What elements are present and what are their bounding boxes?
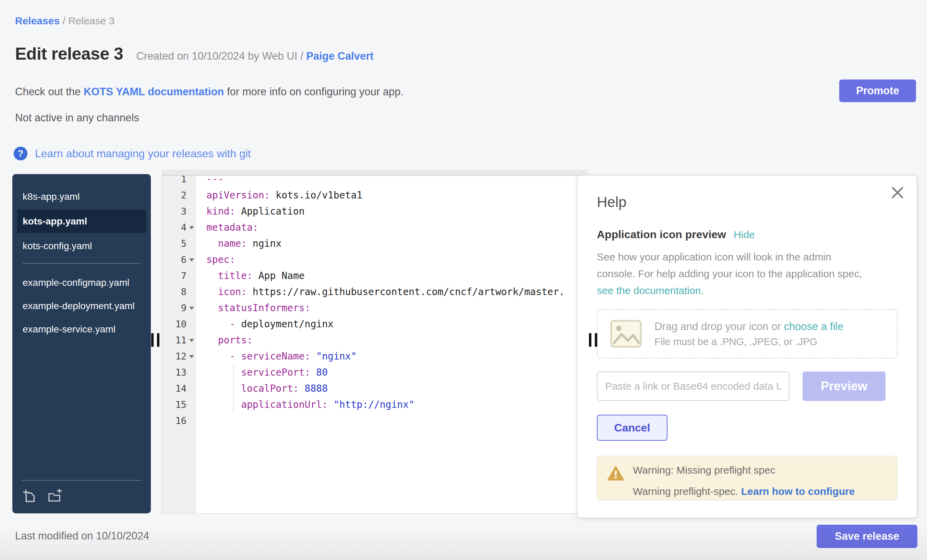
sidebar-actions <box>22 480 141 513</box>
breadcrumb-separator: / <box>60 15 68 26</box>
code-line-text[interactable]: kind: Application <box>196 203 305 219</box>
fold-arrow-icon[interactable] <box>189 258 194 261</box>
code-line-text[interactable]: spec: <box>196 252 235 268</box>
editor-top-scrollbar[interactable] <box>163 170 588 176</box>
author-link[interactable]: Paige Calvert <box>306 50 373 62</box>
file-group-examples: example-configmap.yamlexample-deployment… <box>12 272 151 340</box>
save-release-button[interactable]: Save release <box>817 525 917 548</box>
code-line: 3kind: Application <box>163 203 588 219</box>
kots-yaml-doc-link[interactable]: KOTS YAML documentation <box>84 86 224 98</box>
description-suffix: . <box>701 285 704 296</box>
preview-button[interactable]: Preview <box>802 372 886 401</box>
warning-content: Warning: Missing preflight spec Warning … <box>633 464 855 497</box>
icon-dropzone[interactable]: Drag and drop your icon or choose a file… <box>597 309 898 358</box>
title-row: Edit release 3 Created on 10/10/2024 by … <box>15 44 374 64</box>
created-info: Created on 10/10/2024 by Web UI / Paige … <box>136 50 373 62</box>
code-line-text[interactable]: metadata: <box>196 219 258 235</box>
file-item-example-deployment.yaml[interactable]: example-deployment.yaml <box>22 296 141 316</box>
fold-arrow-icon[interactable] <box>189 355 194 358</box>
page-title: Edit release 3 <box>15 44 123 64</box>
help-panel: Help Application icon preview Hide See h… <box>577 175 917 518</box>
code-line-text[interactable]: icon: https://raw.githubusercontent.com/… <box>196 284 565 300</box>
code-line: 12 - serviceName: "nginx" <box>163 348 588 364</box>
fold-arrow-icon[interactable] <box>189 307 194 310</box>
code-line: 14 localPort: 8888 <box>163 380 588 396</box>
line-number: 8 <box>163 284 196 300</box>
fold-arrow-icon[interactable] <box>189 339 194 342</box>
code-lines: 1---2apiVersion: kots.io/v1beta13kind: A… <box>163 176 588 429</box>
line-number: 12 <box>163 348 196 364</box>
file-item-example-service.yaml[interactable]: example-service.yaml <box>22 319 141 340</box>
file-item-kots-app.yaml[interactable]: kots-app.yaml <box>17 210 146 233</box>
code-line: 13 servicePort: 80 <box>163 364 588 380</box>
code-line-text[interactable]: servicePort: 80 <box>196 364 328 380</box>
dropzone-requirements: File must be a .PNG, .JPEG, or .JPG <box>655 336 843 348</box>
code-line-text[interactable]: name: nginx <box>196 235 281 252</box>
intro-text-before: Check out the <box>15 86 84 98</box>
code-line: 10 - deployment/nginx <box>163 316 588 332</box>
indent-guide <box>233 380 234 396</box>
description-text: See how your application icon will look … <box>597 251 862 279</box>
code-line-text[interactable]: apiVersion: kots.io/v1beta1 <box>196 187 362 203</box>
code-line: 6spec: <box>163 252 588 268</box>
last-modified-text: Last modified on 10/10/2024 <box>15 530 149 542</box>
line-number: 11 <box>163 332 196 348</box>
code-line-text[interactable]: - serviceName: "nginx" <box>196 348 357 364</box>
icon-url-input[interactable] <box>597 372 790 401</box>
line-number: 2 <box>163 187 196 203</box>
file-item-example-configmap.yaml[interactable]: example-configmap.yaml <box>22 272 141 293</box>
line-number: 7 <box>163 268 196 284</box>
sidebar-resize-handle[interactable] <box>151 333 160 347</box>
dropzone-prompt: Drag and drop your icon or <box>655 320 784 332</box>
code-line: 7 title: App Name <box>163 268 588 284</box>
code-line: 1--- <box>163 176 588 187</box>
git-help-link[interactable]: ? Learn about managing your releases wit… <box>14 147 251 160</box>
line-number: 1 <box>163 176 196 187</box>
code-line-text[interactable] <box>196 413 207 429</box>
indent-guide <box>233 396 234 413</box>
created-text: Created on 10/10/2024 by Web UI / <box>136 50 306 62</box>
code-line: 2apiVersion: kots.io/v1beta1 <box>163 187 588 203</box>
see-documentation-link[interactable]: see the documentation <box>597 285 701 296</box>
choose-file-link[interactable]: choose a file <box>784 320 843 332</box>
dropzone-text: Drag and drop your icon or choose a file… <box>655 320 843 348</box>
line-number: 5 <box>163 235 196 252</box>
warning-title: Warning: Missing preflight spec <box>633 464 855 476</box>
code-line-text[interactable]: title: App Name <box>196 268 305 284</box>
file-group-kots: k8s-app.yamlkots-app.yamlkots-config.yam… <box>12 187 151 256</box>
code-line-text[interactable]: --- <box>196 176 224 187</box>
close-icon[interactable] <box>890 185 905 200</box>
line-number: 3 <box>163 203 196 219</box>
code-line: 8 icon: https://raw.githubusercontent.co… <box>163 284 588 300</box>
fold-arrow-icon[interactable] <box>189 226 194 229</box>
code-line: 5 name: nginx <box>163 235 588 252</box>
file-item-kots-config.yaml[interactable]: kots-config.yaml <box>22 236 141 256</box>
promote-button[interactable]: Promote <box>839 79 916 102</box>
code-line-text[interactable]: localPort: 8888 <box>196 380 328 396</box>
line-number: 6 <box>163 252 196 268</box>
git-help-label: Learn about managing your releases with … <box>35 147 251 160</box>
breadcrumb-current: Release 3 <box>68 15 114 26</box>
add-folder-icon[interactable] <box>47 488 63 504</box>
line-number: 13 <box>163 364 196 380</box>
help-panel-resize-handle[interactable] <box>589 333 597 347</box>
code-line: 15 applicationUrl: "http://nginx" <box>163 396 588 413</box>
file-item-k8s-app.yaml[interactable]: k8s-app.yaml <box>22 187 141 207</box>
icon-preview-description: See how your application icon will look … <box>597 249 871 299</box>
warning-text: Warning preflight-spec. <box>633 486 741 497</box>
code-line-text[interactable]: - deployment/nginx <box>196 316 334 332</box>
cancel-button[interactable]: Cancel <box>597 415 667 441</box>
code-line-text[interactable]: applicationUrl: "http://nginx" <box>196 396 415 413</box>
warning-configure-link[interactable]: Learn how to configure <box>741 486 855 497</box>
add-file-icon[interactable] <box>22 488 38 504</box>
breadcrumb-releases-link[interactable]: Releases <box>15 15 60 26</box>
release-editor-page: Releases / Release 3 Edit release 3 Crea… <box>0 0 927 560</box>
line-number: 4 <box>163 219 196 235</box>
code-line-text[interactable]: statusInformers: <box>196 300 310 316</box>
image-placeholder-icon <box>610 319 642 348</box>
icon-preview-title: Application icon preview <box>597 228 726 241</box>
hide-link[interactable]: Hide <box>734 229 755 241</box>
icon-preview-section-header: Application icon preview Hide <box>597 228 898 241</box>
breadcrumb: Releases / Release 3 <box>15 15 114 27</box>
code-line-text[interactable]: ports: <box>196 332 253 348</box>
